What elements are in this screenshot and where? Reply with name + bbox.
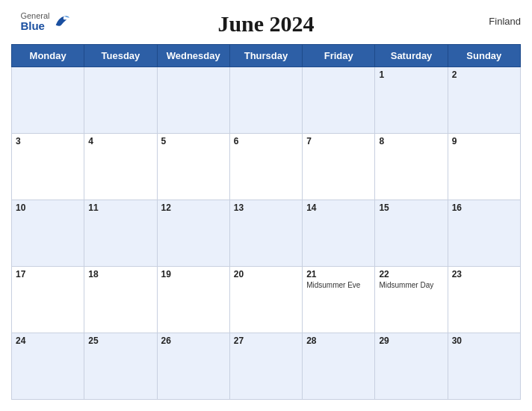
day-number: 15: [379, 203, 443, 213]
calendar-cell: [84, 67, 157, 134]
logo-blue: Blue: [20, 20, 49, 31]
calendar-cell: [12, 67, 84, 134]
calendar-header: General Blue June 2024 Finland: [11, 7, 521, 38]
day-number: 12: [161, 203, 226, 213]
day-number: 22: [379, 269, 443, 279]
calendar-cell: 22Midsummer Day: [375, 267, 448, 333]
calendar-cell: 23: [448, 267, 520, 333]
calendar-cell: 17: [12, 267, 84, 333]
weekday-header-sunday: Sunday: [448, 45, 520, 67]
day-number: 11: [88, 203, 152, 213]
country-label: Finland: [454, 11, 521, 27]
weekday-header-thursday: Thursday: [229, 45, 302, 67]
day-number: 14: [306, 203, 371, 213]
calendar-cell: 15: [375, 200, 448, 267]
calendar-cell: 7: [303, 134, 375, 200]
day-number: 13: [234, 203, 298, 213]
calendar-cell: 10: [12, 200, 84, 267]
calendar-cell: [229, 67, 302, 134]
calendar-cell: 5: [157, 134, 229, 200]
calendar-cell: 26: [157, 333, 229, 400]
calendar-cell: 19: [157, 267, 229, 333]
day-number: 21: [306, 269, 371, 279]
day-number: 18: [88, 269, 152, 279]
day-number: 10: [16, 203, 80, 213]
weekday-header-saturday: Saturday: [375, 45, 448, 67]
day-number: 19: [161, 269, 226, 279]
day-number: 27: [234, 336, 298, 346]
day-number: 26: [161, 336, 226, 346]
calendar-cell: 9: [448, 134, 520, 200]
calendar-cell: [303, 67, 375, 134]
calendar-cell: 25: [84, 333, 157, 400]
weekday-header-friday: Friday: [303, 45, 375, 67]
day-number: 1: [379, 69, 443, 80]
calendar-cell: 1: [375, 67, 448, 134]
day-number: 6: [234, 136, 298, 146]
event-label: Midsummer Day: [379, 281, 443, 289]
calendar-cell: 28: [303, 333, 375, 400]
day-number: 20: [234, 269, 298, 279]
calendar-cell: [157, 67, 229, 134]
calendar-cell: 6: [229, 134, 302, 200]
day-number: 3: [16, 136, 80, 146]
logo: General Blue: [11, 11, 78, 31]
calendar-week-2: 3456789: [12, 134, 521, 200]
day-number: 24: [16, 336, 80, 346]
day-number: 30: [452, 336, 516, 346]
calendar-cell: 18: [84, 267, 157, 333]
calendar-cell: 4: [84, 134, 157, 200]
day-number: 16: [452, 203, 516, 213]
calendar-week-4: 1718192021Midsummer Eve22Midsummer Day23: [12, 267, 521, 333]
calendar-cell: 27: [229, 333, 302, 400]
weekday-header-wednesday: Wednesday: [157, 45, 229, 67]
calendar-cell: 11: [84, 200, 157, 267]
calendar-week-1: 12: [12, 67, 521, 134]
day-number: 29: [379, 336, 443, 346]
calendar-cell: 3: [12, 134, 84, 200]
day-number: 7: [306, 136, 371, 146]
calendar-cell: 20: [229, 267, 302, 333]
day-number: 2: [452, 69, 516, 80]
weekday-header-row: MondayTuesdayWednesdayThursdayFridaySatu…: [12, 45, 521, 67]
calendar-cell: 12: [157, 200, 229, 267]
calendar-title: June 2024: [78, 11, 454, 37]
calendar-cell: 2: [448, 67, 520, 134]
logo-bird-icon: [53, 15, 69, 28]
calendar-week-3: 10111213141516: [12, 200, 521, 267]
calendar-cell: 30: [448, 333, 520, 400]
weekday-header-monday: Monday: [12, 45, 84, 67]
calendar-week-5: 24252627282930: [12, 333, 521, 400]
calendar-cell: 8: [375, 134, 448, 200]
day-number: 23: [452, 269, 516, 279]
calendar-cell: 29: [375, 333, 448, 400]
calendar-cell: 21Midsummer Eve: [303, 267, 375, 333]
weekday-header-tuesday: Tuesday: [84, 45, 157, 67]
day-number: 28: [306, 336, 371, 346]
day-number: 8: [379, 136, 443, 146]
day-number: 9: [452, 136, 516, 146]
calendar-cell: 13: [229, 200, 302, 267]
calendar-cell: 16: [448, 200, 520, 267]
calendar-table: MondayTuesdayWednesdayThursdayFridaySatu…: [11, 44, 521, 400]
calendar-cell: 14: [303, 200, 375, 267]
event-label: Midsummer Eve: [306, 281, 371, 289]
day-number: 5: [161, 136, 226, 146]
calendar-cell: 24: [12, 333, 84, 400]
day-number: 17: [16, 269, 80, 279]
calendar-title-area: June 2024: [78, 11, 454, 37]
day-number: 4: [88, 136, 152, 146]
calendar-body: 123456789101112131415161718192021Midsumm…: [12, 67, 521, 400]
day-number: 25: [88, 336, 152, 346]
